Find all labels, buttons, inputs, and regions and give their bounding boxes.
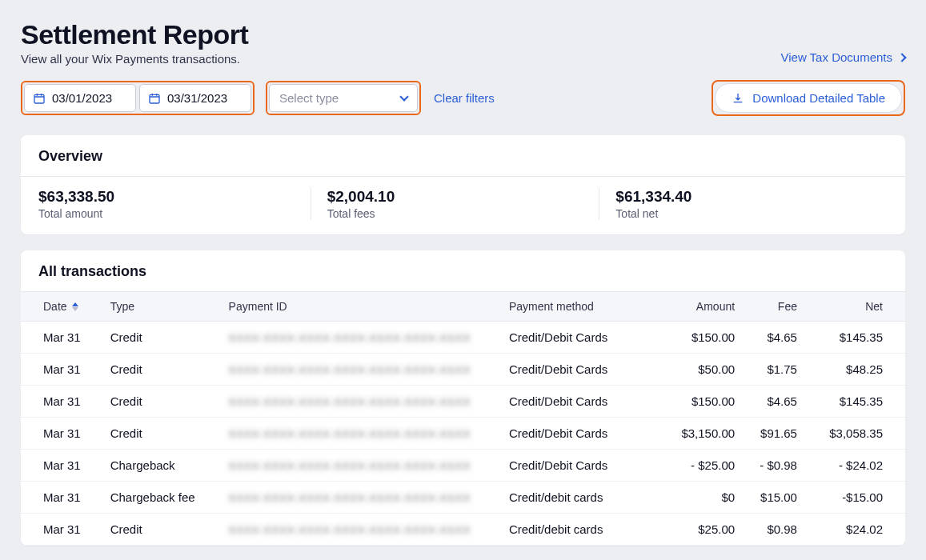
col-header-date-label: Date <box>43 300 67 313</box>
cell-fee: - $0.98 <box>735 458 797 472</box>
tax-link-label: View Tax Documents <box>780 50 892 64</box>
cell-amount: $150.00 <box>657 330 735 344</box>
cell-amount: $150.00 <box>657 394 735 408</box>
cell-amount: $3,150.00 <box>657 426 735 440</box>
col-header-date[interactable]: Date <box>43 300 110 313</box>
cell-net: - $24.02 <box>797 458 883 472</box>
col-header-fee[interactable]: Fee <box>735 300 797 313</box>
calendar-icon <box>148 92 161 105</box>
cell-method: Credit/debit cards <box>509 490 657 504</box>
date-to-field[interactable]: 03/31/2023 <box>139 84 251 112</box>
cell-net: $24.02 <box>797 522 883 536</box>
cell-net: $48.25 <box>797 362 883 376</box>
transactions-title: All transactions <box>21 250 905 292</box>
col-header-amount[interactable]: Amount <box>657 300 735 313</box>
cell-fee: $4.65 <box>735 394 797 408</box>
cell-payment-id: XXXX-XXXX-XXXX-XXXX-XXXX-XXXX-XXXX <box>229 394 509 408</box>
transactions-header-row: Date Type Payment ID Payment method Amou… <box>21 292 905 322</box>
cell-payment-id: XXXX-XXXX-XXXX-XXXX-XXXX-XXXX-XXXX <box>229 490 509 504</box>
type-filter-placeholder: Select type <box>279 91 339 105</box>
total-fees-label: Total fees <box>327 207 599 220</box>
cell-method: Credit/Debit Cards <box>509 458 657 472</box>
cell-method: Credit/debit cards <box>509 522 657 536</box>
table-row[interactable]: Mar 31CreditXXXX-XXXX-XXXX-XXXX-XXXX-XXX… <box>21 514 905 546</box>
cell-method: Credit/Debit Cards <box>509 394 657 408</box>
table-row[interactable]: Mar 31Chargeback feeXXXX-XXXX-XXXX-XXXX-… <box>21 482 905 514</box>
cell-net: $3,058.35 <box>797 426 883 440</box>
chevron-down-icon <box>399 92 408 101</box>
view-tax-documents-link[interactable]: View Tax Documents <box>780 50 905 66</box>
col-header-type[interactable]: Type <box>110 300 229 313</box>
page-subtitle: View all your Wix Payments transactions. <box>21 52 248 66</box>
cell-payment-id: XXXX-XXXX-XXXX-XXXX-XXXX-XXXX-XXXX <box>229 458 509 472</box>
cell-method: Credit/Debit Cards <box>509 330 657 344</box>
cell-fee: $0.98 <box>735 522 797 536</box>
svg-rect-1 <box>150 94 159 103</box>
date-from-value: 03/01/2023 <box>52 91 112 105</box>
total-net-label: Total net <box>615 207 888 220</box>
date-from-field[interactable]: 03/01/2023 <box>24 84 136 112</box>
col-header-payment-id[interactable]: Payment ID <box>229 300 509 313</box>
total-amount-label: Total amount <box>38 207 311 220</box>
overview-card: Overview $63,338.50 Total amount $2,004.… <box>21 135 905 234</box>
download-icon <box>732 92 744 105</box>
total-net-value: $61,334.40 <box>615 188 888 206</box>
cell-type: Credit <box>110 394 229 408</box>
calendar-icon <box>33 92 46 105</box>
cell-fee: $1.75 <box>735 362 797 376</box>
cell-payment-id: XXXX-XXXX-XXXX-XXXX-XXXX-XXXX-XXXX <box>229 426 509 440</box>
cell-fee: $4.65 <box>735 330 797 344</box>
overview-title: Overview <box>21 135 905 177</box>
chevron-right-icon <box>897 53 906 62</box>
cell-date: Mar 31 <box>43 522 110 536</box>
cell-method: Credit/Debit Cards <box>509 426 657 440</box>
transactions-card: All transactions Date Type Payment ID Pa… <box>21 250 905 546</box>
download-label: Download Detailed Table <box>752 91 885 105</box>
cell-type: Credit <box>110 426 229 440</box>
cell-date: Mar 31 <box>43 330 110 344</box>
table-row[interactable]: Mar 31CreditXXXX-XXXX-XXXX-XXXX-XXXX-XXX… <box>21 354 905 386</box>
cell-amount: - $25.00 <box>657 458 735 472</box>
cell-date: Mar 31 <box>43 394 110 408</box>
table-row[interactable]: Mar 31CreditXXXX-XXXX-XXXX-XXXX-XXXX-XXX… <box>21 418 905 450</box>
cell-net: $145.35 <box>797 394 883 408</box>
cell-type: Credit <box>110 362 229 376</box>
cell-date: Mar 31 <box>43 490 110 504</box>
cell-fee: $15.00 <box>735 490 797 504</box>
cell-type: Credit <box>110 522 229 536</box>
page-title: Settlement Report <box>21 19 248 50</box>
cell-amount: $50.00 <box>657 362 735 376</box>
table-row[interactable]: Mar 31CreditXXXX-XXXX-XXXX-XXXX-XXXX-XXX… <box>21 386 905 418</box>
cell-net: $145.35 <box>797 330 883 344</box>
cell-type: Credit <box>110 330 229 344</box>
cell-fee: $91.65 <box>735 426 797 440</box>
cell-payment-id: XXXX-XXXX-XXXX-XXXX-XXXX-XXXX-XXXX <box>229 362 509 376</box>
cell-type: Chargeback fee <box>110 490 229 504</box>
cell-payment-id: XXXX-XXXX-XXXX-XXXX-XXXX-XXXX-XXXX <box>229 330 509 344</box>
cell-amount: $0 <box>657 490 735 504</box>
date-range-group: 03/01/2023 03/31/2023 <box>21 81 255 115</box>
download-wrap: Download Detailed Table <box>712 80 905 116</box>
table-row[interactable]: Mar 31ChargebackXXXX-XXXX-XXXX-XXXX-XXXX… <box>21 450 905 482</box>
sort-icon <box>72 302 78 311</box>
col-header-net[interactable]: Net <box>797 300 883 313</box>
cell-amount: $25.00 <box>657 522 735 536</box>
cell-date: Mar 31 <box>43 426 110 440</box>
svg-rect-0 <box>34 94 44 103</box>
cell-net: -$15.00 <box>797 490 883 504</box>
cell-type: Chargeback <box>110 458 229 472</box>
table-row[interactable]: Mar 31CreditXXXX-XXXX-XXXX-XXXX-XXXX-XXX… <box>21 322 905 354</box>
total-amount-value: $63,338.50 <box>38 188 311 206</box>
download-detailed-table-button[interactable]: Download Detailed Table <box>715 83 902 113</box>
date-to-value: 03/31/2023 <box>167 91 227 105</box>
clear-filters-link[interactable]: Clear filters <box>434 91 495 105</box>
cell-payment-id: XXXX-XXXX-XXXX-XXXX-XXXX-XXXX-XXXX <box>229 522 509 536</box>
cell-date: Mar 31 <box>43 458 110 472</box>
col-header-method[interactable]: Payment method <box>509 300 657 313</box>
type-filter-wrap: Select type <box>266 81 421 115</box>
cell-method: Credit/Debit Cards <box>509 362 657 376</box>
cell-date: Mar 31 <box>43 362 110 376</box>
type-filter-select[interactable]: Select type <box>269 84 418 112</box>
total-fees-value: $2,004.10 <box>327 188 599 206</box>
